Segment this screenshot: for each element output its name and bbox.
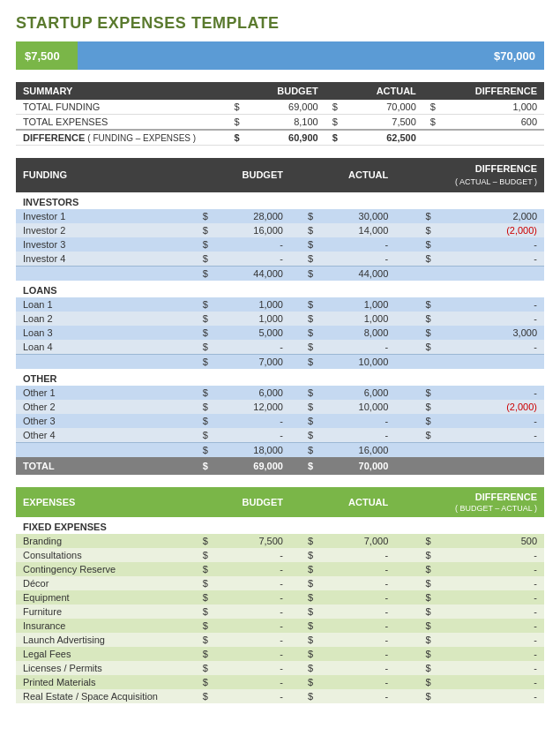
expenses-row: Real Estate / Space Acquisition $ - $ - … bbox=[16, 689, 544, 703]
expenses-row: Décor $ - $ - $ - bbox=[16, 576, 544, 590]
progress-bar-left-value: $7,500 bbox=[16, 41, 78, 70]
expenses-row-label: Equipment bbox=[16, 590, 185, 605]
expenses-row: Printed Materials $ - $ - $ - bbox=[16, 675, 544, 689]
expenses-row: Launch Advertising $ - $ - $ - bbox=[16, 633, 544, 647]
summary-actual-dollar: $ bbox=[325, 100, 345, 115]
summary-budget-value: 8,100 bbox=[247, 115, 325, 131]
funding-row: Other 2 $ 12,000 $ 10,000 $ (2,000) bbox=[16, 400, 544, 414]
funding-section: FUNDING BUDGET ACTUAL DIFFERENCE( ACTUAL… bbox=[16, 158, 544, 475]
summary-diff-value: 1,000 bbox=[443, 100, 544, 115]
funding-subtotal-row: $ 7,000 $ 10,000 bbox=[16, 354, 544, 369]
funding-row-label: Investor 3 bbox=[16, 237, 185, 252]
expenses-section: EXPENSES BUDGET ACTUAL DIFFERENCE( BUDGE… bbox=[16, 487, 544, 703]
funding-row: Loan 3 $ 5,000 $ 8,000 $ 3,000 bbox=[16, 326, 544, 340]
expenses-row: Furniture $ - $ - $ - bbox=[16, 605, 544, 619]
summary-diff-label: DIFFERENCE ( FUNDING – EXPENSES ) bbox=[16, 130, 228, 146]
expenses-row-label: Real Estate / Space Acquisition bbox=[16, 689, 185, 703]
funding-row-label: Other 1 bbox=[16, 386, 185, 400]
summary-table: SUMMARY BUDGET ACTUAL DIFFERENCE TOTAL F… bbox=[16, 82, 544, 146]
summary-row: TOTAL FUNDING $ 69,000 $ 70,000 $ 1,000 bbox=[16, 100, 544, 115]
expenses-row-label: Licenses / Permits bbox=[16, 661, 185, 675]
expenses-row: Branding $ 7,500 $ 7,000 $ 500 bbox=[16, 534, 544, 548]
summary-diff-dollar: $ bbox=[423, 115, 443, 131]
funding-row: Investor 2 $ 16,000 $ 14,000 $ (2,000) bbox=[16, 223, 544, 237]
summary-row-label: TOTAL EXPENSES bbox=[16, 115, 228, 131]
summary-col-difference: DIFFERENCE bbox=[423, 82, 544, 100]
expenses-row-label: Contingency Reserve bbox=[16, 562, 185, 576]
expenses-row-label: Consultations bbox=[16, 548, 185, 562]
expenses-group-label: FIXED EXPENSES bbox=[16, 517, 544, 534]
funding-row-label: Investor 2 bbox=[16, 223, 185, 237]
funding-group-label: INVESTORS bbox=[16, 192, 544, 209]
summary-col-budget: BUDGET bbox=[228, 82, 325, 100]
funding-group-label: OTHER bbox=[16, 369, 544, 386]
summary-section: SUMMARY BUDGET ACTUAL DIFFERENCE TOTAL F… bbox=[16, 82, 544, 146]
funding-row: Investor 4 $ - $ - $ - bbox=[16, 252, 544, 267]
funding-row: Investor 3 $ - $ - $ - bbox=[16, 237, 544, 252]
funding-table: FUNDING BUDGET ACTUAL DIFFERENCE( ACTUAL… bbox=[16, 158, 544, 475]
funding-row-label: Other 4 bbox=[16, 428, 185, 443]
summary-row: TOTAL EXPENSES $ 8,100 $ 7,500 $ 600 bbox=[16, 115, 544, 131]
expenses-row: Consultations $ - $ - $ - bbox=[16, 548, 544, 562]
summary-col-actual: ACTUAL bbox=[325, 82, 423, 100]
funding-row: Loan 2 $ 1,000 $ 1,000 $ - bbox=[16, 312, 544, 326]
expenses-table: EXPENSES BUDGET ACTUAL DIFFERENCE( BUDGE… bbox=[16, 487, 544, 703]
summary-diff-value: 600 bbox=[443, 115, 544, 131]
funding-row-label: Other 3 bbox=[16, 414, 185, 428]
funding-row-label: Loan 2 bbox=[16, 312, 185, 326]
expenses-row-label: Launch Advertising bbox=[16, 633, 185, 647]
funding-row: Other 4 $ - $ - $ - bbox=[16, 428, 544, 443]
expenses-row-label: Furniture bbox=[16, 605, 185, 619]
expenses-row: Legal Fees $ - $ - $ - bbox=[16, 647, 544, 661]
expenses-col-budget: BUDGET bbox=[185, 487, 290, 517]
expenses-row-label: Décor bbox=[16, 576, 185, 590]
page-title: STARTUP EXPENSES TEMPLATE bbox=[16, 14, 544, 33]
expenses-row-label: Branding bbox=[16, 534, 185, 548]
funding-subtotal-row: $ 18,000 $ 16,000 bbox=[16, 442, 544, 457]
expenses-row: Equipment $ - $ - $ - bbox=[16, 590, 544, 605]
expenses-row: Insurance $ - $ - $ - bbox=[16, 619, 544, 633]
funding-group-label: LOANS bbox=[16, 281, 544, 297]
expenses-row-label: Printed Materials bbox=[16, 675, 185, 689]
funding-row: Investor 1 $ 28,000 $ 30,000 $ 2,000 bbox=[16, 209, 544, 223]
expenses-row: Licenses / Permits $ - $ - $ - bbox=[16, 661, 544, 675]
expenses-row-label: Legal Fees bbox=[16, 647, 185, 661]
summary-col-label: SUMMARY bbox=[16, 82, 228, 100]
summary-budget-dollar: $ bbox=[228, 115, 247, 131]
funding-row: Loan 4 $ - $ - $ - bbox=[16, 340, 544, 355]
funding-row: Other 3 $ - $ - $ - bbox=[16, 414, 544, 428]
funding-col-label: FUNDING bbox=[16, 158, 185, 192]
funding-row-label: Loan 4 bbox=[16, 340, 185, 355]
expenses-row: Contingency Reserve $ - $ - $ - bbox=[16, 562, 544, 576]
summary-row-label: TOTAL FUNDING bbox=[16, 100, 228, 115]
funding-row: Loan 1 $ 1,000 $ 1,000 $ - bbox=[16, 297, 544, 312]
summary-actual-value: 7,500 bbox=[345, 115, 423, 131]
summary-budget-dollar: $ bbox=[228, 100, 247, 115]
funding-row: Other 1 $ 6,000 $ 6,000 $ - bbox=[16, 386, 544, 400]
funding-col-actual: ACTUAL bbox=[290, 158, 395, 192]
expenses-col-difference: DIFFERENCE( BUDGET – ACTUAL ) bbox=[395, 487, 544, 517]
funding-col-difference: DIFFERENCE( ACTUAL – BUDGET ) bbox=[395, 158, 544, 192]
funding-row-label: Other 2 bbox=[16, 400, 185, 414]
summary-actual-value: 70,000 bbox=[345, 100, 423, 115]
funding-row-label: Investor 1 bbox=[16, 209, 185, 223]
summary-diff-dollar: $ bbox=[423, 100, 443, 115]
funding-row-label: Loan 3 bbox=[16, 326, 185, 340]
expenses-col-label: EXPENSES bbox=[16, 487, 185, 517]
funding-row-label: Loan 1 bbox=[16, 297, 185, 312]
summary-diff-row: DIFFERENCE ( FUNDING – EXPENSES ) $ 60,9… bbox=[16, 130, 544, 146]
funding-total-row: TOTAL $ 69,000 $ 70,000 bbox=[16, 457, 544, 475]
expenses-row-label: Insurance bbox=[16, 619, 185, 633]
summary-actual-dollar: $ bbox=[325, 115, 345, 131]
expenses-col-actual: ACTUAL bbox=[290, 487, 395, 517]
funding-row-label: Investor 4 bbox=[16, 252, 185, 267]
progress-bar-right-value: $70,000 bbox=[494, 49, 535, 63]
funding-subtotal-row: $ 44,000 $ 44,000 bbox=[16, 266, 544, 281]
funding-col-budget: BUDGET bbox=[185, 158, 290, 192]
progress-bar: $7,500 $70,000 bbox=[16, 41, 544, 70]
summary-budget-value: 69,000 bbox=[247, 100, 325, 115]
